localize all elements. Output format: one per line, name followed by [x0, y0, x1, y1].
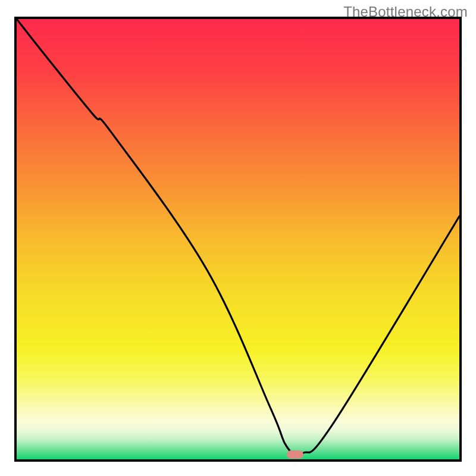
plot-svg: [17, 19, 459, 459]
plot-frame: [14, 17, 462, 462]
watermark-label: TheBottleneck.com: [343, 4, 468, 20]
gradient-background: [17, 19, 459, 459]
trough-marker: [287, 450, 303, 459]
chart-container: TheBottleneck.com: [0, 0, 476, 476]
